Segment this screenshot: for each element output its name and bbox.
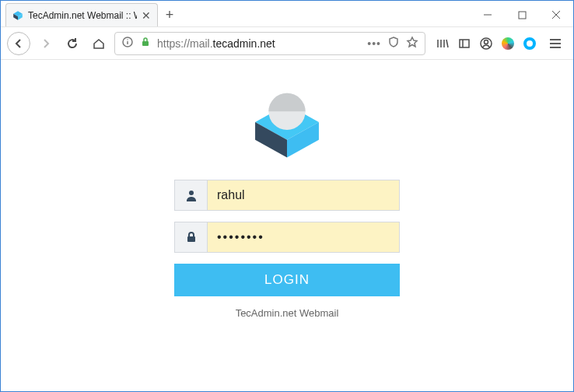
- login-button[interactable]: LOGIN: [174, 264, 400, 296]
- extension-a-icon[interactable]: [500, 36, 516, 51]
- svg-point-9: [127, 39, 128, 40]
- sidebar-icon[interactable]: [457, 36, 472, 51]
- close-tab-icon[interactable]: ✕: [142, 9, 151, 22]
- window-titlebar: TecAdmin.net Webmail :: Welc ✕ +: [1, 1, 573, 27]
- browser-tab[interactable]: TecAdmin.net Webmail :: Welc ✕: [5, 3, 158, 26]
- login-form: LOGIN TecAdmin.net Webmail: [174, 83, 400, 319]
- site-info-icon[interactable]: [121, 36, 134, 51]
- svg-line-15: [446, 40, 448, 47]
- password-input[interactable]: [207, 222, 400, 253]
- home-button[interactable]: [88, 33, 110, 54]
- svg-rect-10: [142, 41, 149, 46]
- svg-rect-28: [187, 236, 195, 242]
- forward-button[interactable]: [35, 33, 57, 54]
- library-icon[interactable]: [435, 36, 450, 51]
- page-content: LOGIN TecAdmin.net Webmail: [1, 60, 573, 391]
- url-text: https://mail.tecadmin.net: [157, 37, 361, 50]
- lock-icon: [140, 37, 151, 50]
- maximize-button[interactable]: [505, 3, 539, 26]
- account-icon[interactable]: [478, 36, 494, 51]
- password-row: [174, 222, 400, 253]
- svg-rect-16: [460, 40, 469, 47]
- svg-marker-11: [408, 37, 417, 47]
- login-footer-text: TecAdmin.net Webmail: [236, 307, 339, 319]
- minimize-button[interactable]: [471, 3, 505, 26]
- svg-point-19: [485, 40, 488, 44]
- svg-rect-4: [519, 12, 526, 19]
- close-window-button[interactable]: [539, 3, 573, 26]
- toolbar-right-icons: [435, 36, 567, 51]
- lock-field-icon: [174, 222, 207, 253]
- new-tab-button[interactable]: +: [158, 3, 181, 26]
- roundcube-logo-icon: [244, 83, 330, 161]
- reload-button[interactable]: [61, 33, 83, 54]
- window-controls: [471, 3, 573, 26]
- username-row: [174, 180, 400, 211]
- tab-title: TecAdmin.net Webmail :: Welc: [28, 10, 137, 21]
- page-actions-icon[interactable]: •••: [367, 37, 381, 50]
- back-button[interactable]: [7, 32, 30, 55]
- reader-shield-icon[interactable]: [387, 36, 400, 51]
- browser-toolbar: https://mail.tecadmin.net •••: [1, 27, 573, 60]
- user-icon: [174, 180, 207, 211]
- roundcube-favicon-icon: [12, 10, 23, 21]
- menu-button[interactable]: [544, 37, 567, 51]
- extension-b-icon[interactable]: [522, 36, 537, 51]
- svg-point-27: [189, 191, 194, 195]
- bookmark-star-icon[interactable]: [406, 36, 418, 51]
- username-input[interactable]: [207, 180, 400, 211]
- address-bar[interactable]: https://mail.tecadmin.net •••: [114, 32, 425, 55]
